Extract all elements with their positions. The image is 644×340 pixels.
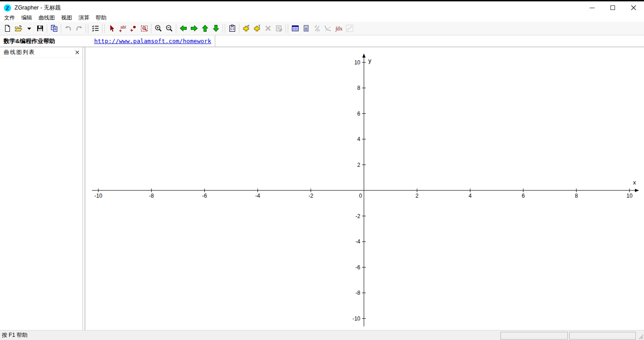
minimize-button[interactable] (581, 1, 602, 14)
add-point-tool-button[interactable] (128, 23, 139, 34)
close-button[interactable] (623, 1, 644, 14)
scroll-right-button[interactable] (189, 23, 199, 34)
graph-list-panel: 曲线图列表 (0, 47, 83, 330)
toolbar-separator (86, 24, 86, 33)
delete-graph-button (262, 23, 273, 34)
svg-text:6: 6 (357, 111, 360, 117)
maximize-button[interactable] (602, 1, 623, 14)
menu-item-view[interactable]: 视图 (58, 14, 75, 22)
maximize-icon (610, 5, 615, 10)
svg-text:F: F (247, 24, 249, 28)
copy-button[interactable] (48, 23, 59, 34)
open-file-button[interactable] (13, 23, 24, 34)
coordinate-axes-plot: xy-10-8-6-4-20246810-10-8-6-4-2246810 (85, 47, 644, 330)
status-bar: 按 F1 帮助 (0, 330, 644, 340)
menu-item-graph[interactable]: 曲线图 (35, 14, 58, 22)
coordinate-properties-button[interactable] (227, 23, 237, 34)
table-values-button[interactable] (290, 23, 300, 34)
svg-text:-8: -8 (149, 193, 154, 199)
calculator-button[interactable] (300, 23, 311, 34)
menu-item-edit[interactable]: 编辑 (18, 14, 35, 22)
svg-text:2: 2 (416, 193, 419, 199)
status-panel-1 (500, 332, 568, 340)
svg-text:-6: -6 (355, 264, 360, 271)
add-table-graph-button[interactable]: T (252, 23, 262, 34)
graph-list-panel-header: 曲线图列表 (0, 47, 82, 58)
zoom-out-button[interactable] (164, 23, 174, 34)
toolbar-separator (286, 24, 286, 33)
svg-text:y: y (368, 57, 372, 64)
svg-text:10: 10 (626, 193, 633, 199)
scroll-up-button[interactable] (199, 23, 210, 34)
svg-text:abl: abl (120, 25, 126, 29)
save-button[interactable] (34, 23, 45, 34)
panel-close-button[interactable] (75, 50, 79, 54)
svg-text:dx: dx (316, 28, 320, 32)
graph-properties-button (273, 23, 284, 34)
resize-grip[interactable] (637, 333, 644, 340)
zgrapher-window: Z ZGrapher - 无标题 文件编辑曲线图视图演算帮助 ablFTddx∫… (0, 0, 644, 340)
toolbar-separator (223, 24, 223, 33)
homework-link[interactable]: http://www.palamsoft.com/homework (94, 38, 211, 44)
toolbar-separator (239, 24, 239, 33)
plot-area[interactable]: xy-10-8-6-4-20246810-10-8-6-4-2246810 (85, 47, 644, 330)
toolbar-separator (102, 24, 102, 33)
add-function-button[interactable]: F (241, 23, 252, 34)
app-logo-letter: Z (5, 5, 9, 11)
svg-text:x: x (633, 179, 636, 186)
svg-text:-4: -4 (355, 238, 360, 245)
toolbar-separator (176, 24, 176, 33)
svg-text:2: 2 (357, 162, 360, 168)
select-tool-button[interactable] (106, 23, 117, 34)
window-title: ZGrapher - 无标题 (15, 4, 61, 12)
svg-text:8: 8 (357, 85, 360, 91)
svg-text:T: T (258, 24, 261, 28)
svg-text:-4: -4 (255, 193, 260, 199)
tangent-button (322, 23, 333, 34)
svg-text:8: 8 (575, 193, 578, 199)
integral-button[interactable]: ∫dx (333, 23, 344, 34)
toolbar-separator (225, 24, 225, 33)
graph-list-body (0, 58, 82, 330)
new-file-button[interactable] (2, 23, 13, 34)
status-panel-2 (569, 332, 636, 340)
status-panels (500, 332, 636, 340)
ad-banner-box: 数学&编程作业帮助 http://www.palamsoft.com/homew… (0, 35, 215, 47)
undo-button (63, 23, 73, 34)
menu-item-calc[interactable]: 演算 (75, 14, 92, 22)
svg-text:-6: -6 (202, 193, 207, 199)
menu-bar: 文件编辑曲线图视图演算帮助 (0, 14, 644, 22)
open-file-dropdown[interactable] (24, 23, 34, 34)
status-help-text: 按 F1 帮助 (2, 331, 28, 339)
toolbar-separator (104, 24, 105, 33)
add-label-tool-button[interactable]: abl (117, 23, 128, 34)
zoom-region-tool-button[interactable] (139, 23, 150, 34)
titlebar-drag-region[interactable] (61, 1, 581, 14)
graph-list-panel-title: 曲线图列表 (4, 49, 35, 56)
svg-text:4: 4 (469, 193, 472, 199)
svg-text:-8: -8 (355, 290, 360, 296)
redo-button (73, 23, 84, 34)
svg-text:6: 6 (522, 193, 525, 199)
scroll-down-button[interactable] (210, 23, 221, 34)
ad-banner: 数学&编程作业帮助 http://www.palamsoft.com/homew… (0, 35, 644, 47)
app-logo-icon: Z (4, 4, 11, 12)
menu-item-file[interactable]: 文件 (1, 14, 18, 22)
svg-text:4: 4 (357, 136, 360, 142)
menu-item-help[interactable]: 帮助 (92, 14, 110, 22)
svg-text:∫dx: ∫dx (335, 26, 342, 32)
svg-text:-10: -10 (94, 193, 102, 199)
main-content: 曲线图列表 xy-10-8-6-4-20246810-10-8-6-4-2246… (0, 47, 644, 330)
toolbar: ablFTddx∫dx (0, 22, 644, 35)
toolbar-separator (288, 24, 288, 33)
svg-text:10: 10 (354, 59, 361, 66)
title-bar: Z ZGrapher - 无标题 (0, 0, 644, 14)
svg-text:-10: -10 (353, 316, 361, 322)
graph-list-toggle-button[interactable] (90, 23, 101, 34)
svg-text:0: 0 (359, 193, 362, 199)
zoom-in-button[interactable] (153, 23, 164, 34)
scroll-left-button[interactable] (178, 23, 189, 34)
close-icon (631, 5, 636, 10)
derivative-button: ddx (311, 23, 322, 34)
toolbar-separator (47, 24, 47, 33)
